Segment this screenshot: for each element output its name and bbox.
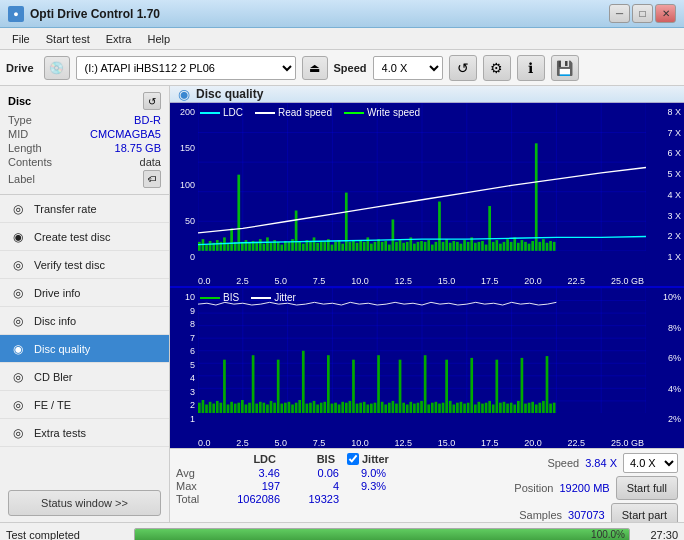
svg-rect-150	[237, 403, 240, 414]
svg-rect-108	[524, 242, 527, 251]
svg-rect-109	[528, 244, 531, 251]
svg-rect-54	[331, 245, 334, 251]
main-layout: Disc ↺ Type BD-R MID CMCMAGBA5 Length 18…	[0, 86, 684, 522]
time-label: 27:30	[638, 529, 678, 541]
svg-rect-34	[259, 239, 262, 251]
svg-rect-173	[320, 403, 323, 414]
menu-help[interactable]: Help	[139, 31, 178, 47]
svg-rect-226	[510, 403, 513, 414]
svg-rect-102	[503, 242, 506, 251]
svg-rect-158	[266, 404, 269, 413]
svg-rect-198	[409, 402, 412, 414]
svg-rect-228	[517, 401, 520, 414]
svg-rect-66	[374, 242, 377, 251]
bottom-y-axis-left: 10 9 8 7 6 5 4 3 2 1	[170, 288, 198, 428]
disc-refresh-btn[interactable]: ↺	[143, 92, 161, 110]
svg-rect-153	[248, 403, 251, 414]
svg-rect-111	[535, 143, 538, 251]
svg-rect-61	[356, 243, 359, 251]
read-speed-legend-label: Read speed	[278, 107, 332, 118]
content-title: Disc quality	[196, 87, 263, 101]
refresh-button[interactable]: ↺	[449, 55, 477, 81]
ldc-legend-label: LDC	[223, 107, 243, 118]
disc-quality-header-icon: ◉	[178, 86, 190, 102]
svg-rect-116	[553, 242, 556, 251]
svg-rect-175	[327, 355, 330, 413]
svg-rect-100	[495, 240, 498, 251]
svg-rect-110	[531, 241, 534, 251]
svg-rect-238	[553, 403, 556, 414]
maximize-button[interactable]: □	[632, 4, 653, 23]
svg-rect-68	[381, 242, 384, 251]
svg-rect-176	[331, 404, 334, 414]
cd-bler-label: CD Bler	[34, 371, 73, 383]
sidebar-item-drive-info[interactable]: ◎ Drive info	[0, 279, 169, 307]
svg-rect-191	[384, 404, 387, 413]
bis-legend-dot	[200, 297, 220, 299]
start-full-button[interactable]: Start full	[616, 476, 678, 500]
menu-file[interactable]: File	[4, 31, 38, 47]
menu-extra[interactable]: Extra	[98, 31, 140, 47]
svg-rect-201	[420, 401, 423, 414]
svg-rect-82	[431, 245, 434, 251]
jitter-legend-dot	[251, 297, 271, 299]
svg-rect-26	[230, 228, 233, 250]
speed-dropdown[interactable]: 4.0 X	[623, 453, 678, 473]
svg-rect-91	[463, 240, 466, 251]
disc-length-key: Length	[8, 142, 42, 154]
svg-rect-25	[227, 244, 230, 251]
cd-bler-icon: ◎	[10, 369, 26, 385]
sidebar-item-disc-quality[interactable]: ◉ Disc quality	[0, 335, 169, 363]
avg-label: Avg	[176, 467, 211, 479]
svg-rect-148	[230, 402, 233, 414]
svg-rect-231	[528, 403, 531, 414]
svg-rect-30	[245, 240, 248, 251]
avg-bis-val: 0.06	[284, 467, 339, 479]
start-part-button[interactable]: Start part	[611, 503, 678, 522]
bottom-x-axis: 0.0 2.5 5.0 7.5 10.0 12.5 15.0 17.5 20.0…	[198, 428, 644, 448]
svg-rect-67	[377, 239, 380, 251]
svg-rect-149	[234, 404, 237, 414]
read-speed-legend-dot	[255, 112, 275, 114]
status-window-button[interactable]: Status window >>	[8, 490, 161, 516]
svg-rect-209	[449, 401, 452, 414]
svg-rect-146	[223, 360, 226, 414]
close-button[interactable]: ✕	[655, 4, 676, 23]
drive-select[interactable]: (I:) ATAPI iHBS112 2 PL06	[76, 56, 296, 80]
bis-legend-label: BIS	[223, 292, 239, 303]
svg-rect-145	[220, 403, 223, 414]
svg-rect-101	[499, 244, 502, 251]
info-button[interactable]: ℹ	[517, 55, 545, 81]
svg-rect-50	[316, 243, 319, 251]
svg-rect-215	[470, 358, 473, 414]
drive-info-icon: ◎	[10, 285, 26, 301]
bottom-chart-svg	[198, 288, 646, 413]
sidebar-item-transfer-rate[interactable]: ◎ Transfer rate	[0, 195, 169, 223]
svg-rect-223	[499, 403, 502, 414]
svg-rect-184	[359, 403, 362, 414]
drive-icon-btn[interactable]: 💿	[44, 56, 70, 80]
menu-start-test[interactable]: Start test	[38, 31, 98, 47]
save-button[interactable]: 💾	[551, 55, 579, 81]
svg-rect-189	[377, 355, 380, 413]
ldc-column-header: LDC	[211, 453, 276, 465]
svg-rect-44	[295, 211, 298, 251]
minimize-button[interactable]: ─	[609, 4, 630, 23]
settings-button[interactable]: ⚙	[483, 55, 511, 81]
sidebar-item-fe-te[interactable]: ◎ FE / TE	[0, 391, 169, 419]
svg-rect-64	[366, 237, 369, 250]
svg-rect-181	[349, 401, 352, 414]
svg-rect-105	[513, 237, 516, 250]
sidebar-item-extra-tests[interactable]: ◎ Extra tests	[0, 419, 169, 447]
svg-rect-57	[341, 244, 344, 251]
sidebar-item-verify-test-disc[interactable]: ◎ Verify test disc	[0, 251, 169, 279]
jitter-checkbox[interactable]	[347, 453, 359, 465]
sidebar-item-disc-info[interactable]: ◎ Disc info	[0, 307, 169, 335]
sidebar-item-cd-bler[interactable]: ◎ CD Bler	[0, 363, 169, 391]
disc-label-icon[interactable]: 🏷	[143, 170, 161, 188]
sidebar-item-create-test-disc[interactable]: ◉ Create test disc	[0, 223, 169, 251]
eject-button[interactable]: ⏏	[302, 56, 328, 80]
svg-rect-113	[542, 239, 545, 251]
nav-items: ◎ Transfer rate ◉ Create test disc ◎ Ver…	[0, 195, 169, 484]
speed-select[interactable]: 4.0 X	[373, 56, 443, 80]
